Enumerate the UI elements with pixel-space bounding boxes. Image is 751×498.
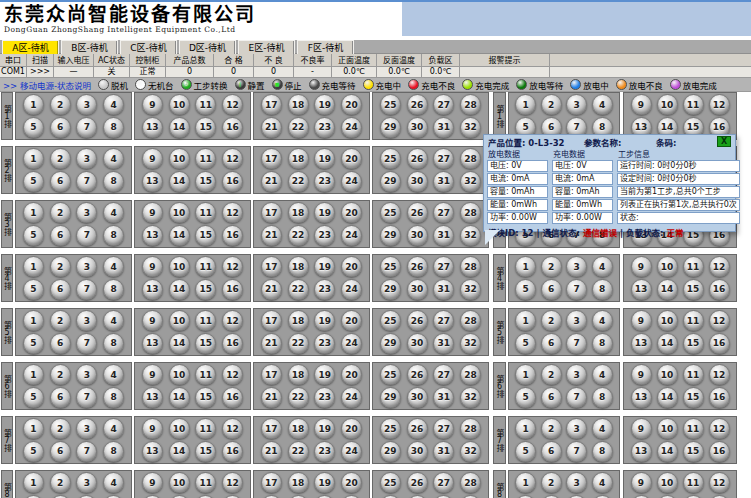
channel-cell[interactable]: 28: [460, 148, 481, 169]
channel-cell[interactable]: 14: [169, 333, 190, 354]
channel-cell[interactable]: 5: [23, 441, 44, 462]
tab-zone-b[interactable]: B区-待机: [61, 40, 118, 54]
channel-cell[interactable]: 9: [142, 202, 163, 223]
channel-cell[interactable]: 21: [261, 171, 282, 192]
tab-zone-f[interactable]: F区-待机: [297, 40, 354, 54]
channel-cell[interactable]: 24: [341, 117, 362, 138]
channel-cell[interactable]: 24: [341, 387, 362, 408]
channel-cell[interactable]: 12: [222, 256, 243, 277]
channel-cell[interactable]: 11: [683, 418, 704, 439]
channel-cell[interactable]: 21: [261, 117, 282, 138]
channel-cell[interactable]: 6: [50, 387, 71, 408]
channel-cell[interactable]: 29: [380, 333, 401, 354]
channel-cell[interactable]: 18: [288, 418, 309, 439]
channel-cell[interactable]: 17: [261, 148, 282, 169]
channel-cell[interactable]: 4: [592, 256, 613, 277]
channel-cell[interactable]: 7: [566, 387, 587, 408]
channel-cell[interactable]: 15: [195, 171, 216, 192]
channel-cell[interactable]: 16: [709, 387, 730, 408]
channel-cell[interactable]: 15: [195, 117, 216, 138]
channel-cell[interactable]: 19: [314, 418, 335, 439]
channel-cell[interactable]: 9: [631, 364, 652, 385]
channel-cell[interactable]: 1: [515, 472, 536, 493]
channel-cell[interactable]: 30: [407, 495, 428, 498]
channel-cell[interactable]: 3: [76, 202, 97, 223]
channel-cell[interactable]: 16: [709, 495, 730, 498]
channel-cell[interactable]: 1: [23, 364, 44, 385]
channel-cell[interactable]: 20: [341, 148, 362, 169]
channel-cell[interactable]: 22: [288, 117, 309, 138]
channel-cell[interactable]: 24: [341, 333, 362, 354]
channel-cell[interactable]: 28: [460, 472, 481, 493]
tab-zone-d[interactable]: D区-待机: [179, 40, 236, 54]
channel-cell[interactable]: 6: [50, 495, 71, 498]
channel-cell[interactable]: 18: [288, 256, 309, 277]
channel-cell[interactable]: 32: [460, 387, 481, 408]
channel-cell[interactable]: 10: [169, 418, 190, 439]
channel-cell[interactable]: 22: [288, 225, 309, 246]
channel-cell[interactable]: 27: [433, 202, 454, 223]
channel-cell[interactable]: 16: [709, 279, 730, 300]
channel-cell[interactable]: 11: [195, 148, 216, 169]
channel-cell[interactable]: 32: [460, 171, 481, 192]
channel-cell[interactable]: 18: [288, 364, 309, 385]
channel-cell[interactable]: 3: [76, 472, 97, 493]
channel-cell[interactable]: 13: [142, 441, 163, 462]
channel-cell[interactable]: 5: [23, 225, 44, 246]
channel-cell[interactable]: 32: [460, 495, 481, 498]
channel-cell[interactable]: 3: [76, 256, 97, 277]
tab-zone-a[interactable]: A区-待机: [2, 40, 59, 54]
channel-cell[interactable]: 16: [709, 333, 730, 354]
channel-cell[interactable]: 21: [261, 495, 282, 498]
channel-cell[interactable]: 28: [460, 310, 481, 331]
channel-cell[interactable]: 15: [195, 333, 216, 354]
channel-cell[interactable]: 11: [683, 94, 704, 115]
channel-cell[interactable]: 11: [195, 202, 216, 223]
channel-cell[interactable]: 24: [341, 279, 362, 300]
channel-cell[interactable]: 17: [261, 418, 282, 439]
channel-cell[interactable]: 26: [407, 148, 428, 169]
channel-cell[interactable]: 10: [657, 472, 678, 493]
channel-cell[interactable]: 32: [460, 441, 481, 462]
channel-cell[interactable]: 28: [460, 418, 481, 439]
channel-cell[interactable]: 15: [683, 333, 704, 354]
channel-cell[interactable]: 30: [407, 387, 428, 408]
channel-cell[interactable]: 11: [195, 472, 216, 493]
channel-cell[interactable]: 31: [433, 495, 454, 498]
channel-cell[interactable]: 27: [433, 418, 454, 439]
channel-cell[interactable]: 10: [657, 256, 678, 277]
channel-cell[interactable]: 6: [541, 387, 562, 408]
channel-cell[interactable]: 11: [195, 256, 216, 277]
channel-cell[interactable]: 16: [222, 225, 243, 246]
channel-cell[interactable]: 2: [50, 310, 71, 331]
channel-cell[interactable]: 9: [142, 94, 163, 115]
channel-cell[interactable]: 4: [103, 472, 124, 493]
channel-cell[interactable]: 4: [103, 256, 124, 277]
channel-cell[interactable]: 4: [592, 310, 613, 331]
channel-cell[interactable]: 20: [341, 310, 362, 331]
channel-cell[interactable]: 19: [314, 364, 335, 385]
channel-cell[interactable]: 22: [288, 495, 309, 498]
channel-cell[interactable]: 8: [103, 279, 124, 300]
channel-cell[interactable]: 3: [76, 148, 97, 169]
channel-cell[interactable]: 5: [515, 279, 536, 300]
channel-cell[interactable]: 7: [76, 171, 97, 192]
channel-cell[interactable]: 31: [433, 225, 454, 246]
channel-cell[interactable]: 26: [407, 418, 428, 439]
channel-cell[interactable]: 10: [169, 472, 190, 493]
channel-cell[interactable]: 21: [261, 279, 282, 300]
channel-cell[interactable]: 8: [103, 333, 124, 354]
channel-cell[interactable]: 32: [460, 117, 481, 138]
channel-cell[interactable]: 27: [433, 310, 454, 331]
channel-cell[interactable]: 6: [541, 279, 562, 300]
channel-cell[interactable]: 18: [288, 94, 309, 115]
channel-cell[interactable]: 28: [460, 256, 481, 277]
channel-cell[interactable]: 1: [515, 418, 536, 439]
channel-cell[interactable]: 13: [631, 441, 652, 462]
channel-cell[interactable]: 11: [683, 472, 704, 493]
channel-cell[interactable]: 12: [709, 310, 730, 331]
popup-close-button[interactable]: X: [717, 136, 731, 147]
channel-cell[interactable]: 21: [261, 333, 282, 354]
channel-cell[interactable]: 10: [169, 256, 190, 277]
channel-cell[interactable]: 13: [142, 495, 163, 498]
